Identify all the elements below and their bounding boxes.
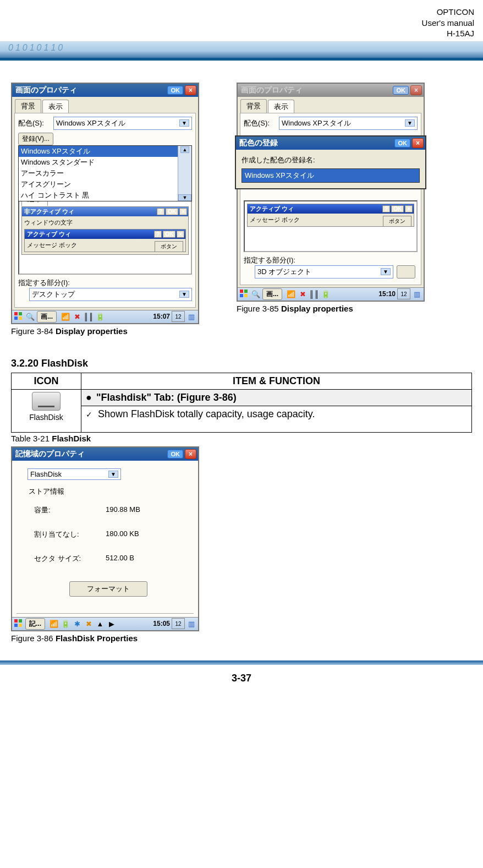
tab-bar: 背景 表示 xyxy=(12,97,198,113)
dropdown-item[interactable]: ハイ コントラスト 黒 xyxy=(19,190,191,201)
tab-bar: 背景 表示 xyxy=(238,97,424,113)
window-text-label: ウィンドウの文字 xyxy=(22,216,188,229)
scheme-combo[interactable]: Windows XPスタイル ▼ xyxy=(53,117,192,130)
part-combo[interactable]: デスクトップ ▼ xyxy=(29,288,192,301)
part-combo[interactable]: 3D オブジェクト ▼ xyxy=(255,265,393,279)
scheme-combo[interactable]: Windows XPスタイル ▼ xyxy=(279,117,418,130)
ok-button: OK xyxy=(391,205,404,212)
titlebar-text: 画面のプロパティ xyxy=(241,85,303,95)
close-icon[interactable]: × xyxy=(185,449,196,459)
preview-button: ボタン xyxy=(155,241,183,252)
ok-button[interactable]: OK xyxy=(393,86,409,95)
flashdisk-icon xyxy=(32,392,61,411)
page-number: 3-37 xyxy=(0,673,483,684)
taskbar: 🔍 画... 📶 ✖ ║║ 🔋 15:07 12 ▥ xyxy=(12,310,198,323)
scheme-name-input[interactable]: Windows XPスタイル xyxy=(241,168,420,183)
dropdown-item[interactable]: Windows XPスタイル xyxy=(19,146,191,157)
chevron-down-icon[interactable]: ▼ xyxy=(381,268,391,275)
dialog-titlebar: 配色の登録 OK × xyxy=(236,137,425,150)
chevron-down-icon[interactable]: ▼ xyxy=(405,119,415,127)
start-icon[interactable] xyxy=(239,289,249,299)
tray-icon: 🔋 xyxy=(321,289,331,299)
chevron-down-icon[interactable]: ▼ xyxy=(108,471,118,478)
figure-caption: Figure 3-86 FlashDisk Properties xyxy=(11,634,472,643)
tray-icon: 📶 xyxy=(61,312,70,321)
unallocated-label: 割り当てなし: xyxy=(34,529,106,539)
tray-icon: 📶 xyxy=(286,289,296,299)
header-manual: User's manual xyxy=(0,18,474,29)
start-icon[interactable] xyxy=(14,619,24,629)
close-icon: × xyxy=(177,231,184,238)
scrollbar[interactable] xyxy=(178,146,191,201)
titlebar: 画面のプロパティ OK × xyxy=(238,84,424,97)
close-icon[interactable]: × xyxy=(412,138,424,148)
clock: 15:05 xyxy=(153,620,170,627)
active-window-label: アクティブ ウィ xyxy=(250,205,294,213)
header-brand: OPTICON xyxy=(0,7,474,18)
store-combo[interactable]: FlashDisk ▼ xyxy=(28,468,121,480)
color-button[interactable] xyxy=(397,265,415,279)
bluetooth-icon: ✱ xyxy=(72,619,82,629)
desktop-icon[interactable]: ▥ xyxy=(412,289,422,299)
tray-icon: ║║ xyxy=(309,289,319,299)
format-button[interactable]: フォーマット xyxy=(69,581,147,597)
tray-icon: ▲ xyxy=(95,619,105,629)
message-label: メッセージ ボック xyxy=(27,242,77,248)
scheme-label: 配色(S): xyxy=(18,118,53,128)
ok-button[interactable]: OK xyxy=(167,86,183,95)
titlebar-text: 画面のプロパティ xyxy=(15,85,77,95)
ok-button[interactable]: OK xyxy=(394,139,410,148)
screenshot-flashdisk-properties: 記憶域のプロパティ OK × FlashDisk ▼ ストア情報 容量: 190… xyxy=(11,446,199,631)
tray-icon: 12 xyxy=(172,311,185,322)
header-model: H-15AJ xyxy=(0,28,474,39)
chevron-down-icon[interactable]: ▼ xyxy=(179,119,189,127)
start-icon[interactable] xyxy=(14,312,24,321)
dropdown-item[interactable]: アースカラー xyxy=(19,168,191,179)
active-window-label: アクティブ ウィ xyxy=(27,230,71,238)
taskbar: 記... 📶 🔋 ✱ ✖ ▲ ▶ 15:05 12 ▥ xyxy=(12,617,198,630)
tray-icon: 12 xyxy=(172,618,185,629)
tray-icon: 🔋 xyxy=(61,619,70,629)
dropdown-item[interactable]: アイスグリーン xyxy=(19,179,191,190)
task-icon[interactable]: 🔍 xyxy=(251,289,261,299)
task-button[interactable]: 画... xyxy=(262,288,282,300)
tray-icon: ✖ xyxy=(72,312,82,321)
tray-icon: ▶ xyxy=(107,619,117,629)
task-button[interactable]: 記... xyxy=(25,618,45,630)
close-icon: × xyxy=(179,208,187,215)
screenshots-row: 画面のプロパティ OK × 背景 表示 配色(S): Windows XP xyxy=(11,83,472,336)
tab-background[interactable]: 背景 xyxy=(240,99,267,113)
ok-button[interactable]: OK xyxy=(167,450,183,458)
screenshot-display-properties-1: 画面のプロパティ OK × 背景 表示 配色(S): Windows XP xyxy=(11,83,199,324)
help-icon: ? xyxy=(382,205,390,212)
task-icon[interactable]: 🔍 xyxy=(25,312,35,321)
ok-button: OK xyxy=(166,208,178,215)
figure-caption: Figure 3-84 Display properties xyxy=(11,326,198,336)
table-header-icon: ICON xyxy=(12,373,81,389)
dropdown-item[interactable]: Windows スタンダード xyxy=(19,157,191,168)
tab-display[interactable]: 表示 xyxy=(268,100,294,113)
sector-size-value: 512.00 B xyxy=(106,554,134,564)
tray-icon: ║║ xyxy=(84,312,94,321)
table-header-function: ITEM & FUNCTION xyxy=(81,373,472,389)
desktop-icon[interactable]: ▥ xyxy=(186,312,196,321)
chevron-down-icon[interactable]: ▼ xyxy=(179,291,189,298)
scheme-dropdown-list[interactable]: Windows XPスタイル Windows スタンダード アースカラー アイス… xyxy=(18,145,192,201)
register-button[interactable]: 登録(V)... xyxy=(18,133,53,145)
store-info-label: ストア情報 xyxy=(29,487,190,496)
task-button[interactable]: 画... xyxy=(37,311,57,323)
close-icon[interactable]: × xyxy=(185,85,196,95)
dialog-title: 配色の登録 xyxy=(239,138,278,148)
tab-display[interactable]: 表示 xyxy=(42,100,69,113)
table-caption: Table 3-21 FlashDisk xyxy=(11,434,472,443)
close-icon[interactable]: × xyxy=(410,85,422,95)
taskbar: 🔍 画... 📶 ✖ ║║ 🔋 15:10 12 ▥ xyxy=(238,287,424,301)
figure-3-84-column: 画面のプロパティ OK × 背景 表示 配色(S): Windows XP xyxy=(11,83,198,336)
titlebar: 画面のプロパティ OK × xyxy=(12,84,198,97)
table-row: ✓Shown FlashDisk totally capacity, usage… xyxy=(81,406,472,432)
desktop-icon[interactable]: ▥ xyxy=(186,619,196,629)
tab-background[interactable]: 背景 xyxy=(15,99,41,113)
close-icon: × xyxy=(405,205,413,212)
capacity-value: 190.88 MB xyxy=(106,505,140,515)
table-row: ●"Flashdisk" Tab: (Figure 3-86) xyxy=(81,389,472,406)
